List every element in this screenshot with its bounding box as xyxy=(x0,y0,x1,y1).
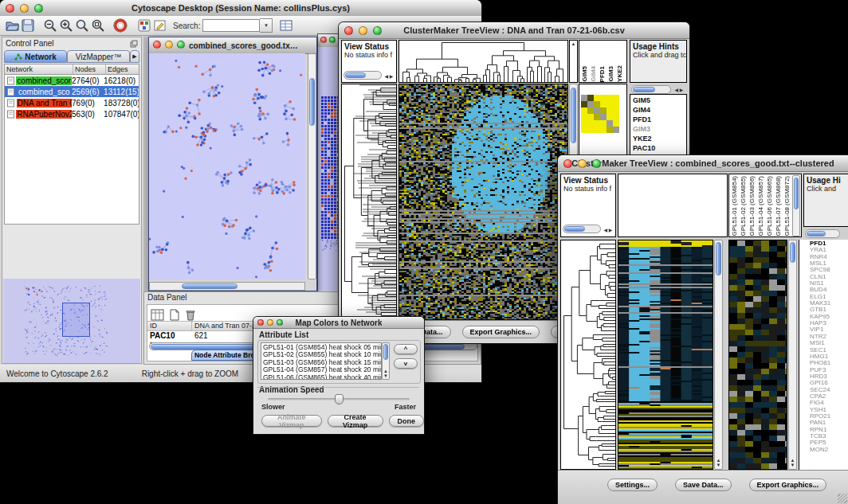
search-input[interactable] xyxy=(202,19,260,32)
usage-hints-scrollbar[interactable] xyxy=(631,85,671,94)
secondary-vscrollbar[interactable]: ▲▼ xyxy=(788,240,797,470)
zoom-fit-icon[interactable] xyxy=(90,18,106,33)
minimize-button[interactable] xyxy=(165,41,173,49)
zoom-window-button[interactable] xyxy=(329,37,336,43)
treeview-combined-titlebar[interactable]: ClusterMaker TreeView : combined_scores_… xyxy=(558,155,848,172)
close-button[interactable] xyxy=(563,159,572,168)
gene-label[interactable]: PFD1 xyxy=(633,115,684,124)
heatmap-canvas[interactable] xyxy=(399,84,567,319)
attribute-up-button[interactable]: ^ xyxy=(394,344,418,354)
minimize-button[interactable] xyxy=(578,159,587,168)
network-table-row[interactable]: combined_sco 2569(6) 13112(15) xyxy=(5,86,139,97)
select-attributes-icon[interactable] xyxy=(149,307,165,322)
network-horizontal-scrollbar[interactable] xyxy=(149,282,305,291)
scroll-arrows[interactable]: ◀ ▶ xyxy=(383,74,395,79)
attribute-browser-icon[interactable] xyxy=(278,18,294,33)
treeview-dna-titlebar[interactable]: ClusterMaker TreeView : DNA and Tran 07-… xyxy=(339,22,689,39)
gene-label[interactable]: PAC10 xyxy=(633,143,684,153)
gene-label[interactable]: GIM5 xyxy=(633,96,684,105)
network-table-row[interactable]: RNAPuberNov2+l 563(0) 107847(0) xyxy=(5,108,139,119)
new-attribute-icon[interactable] xyxy=(167,307,183,322)
tab-network[interactable]: Network xyxy=(4,50,67,63)
gene-label[interactable]: GIM3 xyxy=(633,124,684,134)
minimize-button[interactable] xyxy=(20,4,29,13)
close-button[interactable] xyxy=(6,4,14,13)
column-dendrogram[interactable] xyxy=(399,41,567,82)
column-labels-box: GPL51-01 (GSM854)GPL51-02 (GSM855)GPL51-… xyxy=(728,174,802,237)
slider-thumb[interactable] xyxy=(335,394,344,404)
column-labels-box: GIM5GIM4PFD1GIM3YKE2PAC10 xyxy=(579,40,627,83)
zoom-out-icon[interactable] xyxy=(42,18,58,33)
help-lifesaver-icon[interactable] xyxy=(112,18,128,33)
zoom-in-icon[interactable] xyxy=(58,18,74,33)
animation-speed-slider[interactable] xyxy=(268,398,410,400)
network-window-titlebar[interactable]: combined_scores_good.txt--cluste... xyxy=(149,37,316,54)
treeview-button[interactable]: Settings... xyxy=(607,479,658,491)
map-dialog-titlebar[interactable]: Map Colors to Network xyxy=(253,317,424,329)
network-vertical-scrollbar[interactable] xyxy=(308,53,316,279)
resize-grip[interactable] xyxy=(838,494,847,503)
heatmap-canvas[interactable] xyxy=(618,240,713,469)
main-titlebar[interactable]: Cytoscape Desktop (Session Name: collins… xyxy=(0,0,481,17)
zoom-selected-icon[interactable] xyxy=(74,18,90,33)
close-button[interactable] xyxy=(320,37,327,43)
col-header-edges[interactable]: Edges xyxy=(106,64,139,75)
attribute-item[interactable]: GPL51-06 (GSM865) heat shock 40 min xyxy=(263,374,379,380)
row-dendrogram[interactable] xyxy=(342,84,396,319)
delete-attribute-icon[interactable] xyxy=(183,307,198,322)
tab-vizmapper[interactable]: VizMapper™ xyxy=(67,50,130,63)
zoom-window-button[interactable] xyxy=(373,26,382,35)
correlation-matrix[interactable] xyxy=(581,93,619,135)
save-icon[interactable] xyxy=(20,18,36,33)
minimize-button[interactable] xyxy=(359,26,367,35)
attribute-list-scrollbar[interactable]: ▲▼ xyxy=(382,342,390,380)
scroll-arrows[interactable]: ▲▼ xyxy=(790,458,795,467)
col-header-network[interactable]: Network xyxy=(5,64,73,75)
view-status-scrollbar[interactable] xyxy=(563,225,601,233)
strip-arrow[interactable]: ▲ xyxy=(571,41,576,46)
float-panel-icon[interactable] xyxy=(130,37,138,51)
view-status-title: View Status xyxy=(342,41,396,51)
network-table-row[interactable]: combined_scores 2764(0) 16218(0) xyxy=(5,75,139,86)
network-overview-thumbnail[interactable] xyxy=(3,279,140,363)
annotation-icon[interactable] xyxy=(152,18,168,33)
gene-label[interactable]: MON2 xyxy=(810,447,848,453)
col-header-nodes[interactable]: Nodes xyxy=(73,64,106,75)
heatmap-vscrollbar[interactable]: ▲▼ xyxy=(714,240,723,470)
close-button[interactable] xyxy=(257,319,264,326)
secondary-heatmap[interactable] xyxy=(729,240,787,469)
treeview-button[interactable]: Export Graphics... xyxy=(749,479,827,491)
scroll-arrows[interactable]: ◀ ▶ xyxy=(673,88,685,92)
dialog-button[interactable]: Done xyxy=(389,415,425,427)
minimize-button[interactable] xyxy=(267,319,273,326)
usage-hints-scrollbar[interactable] xyxy=(805,229,840,238)
scroll-arrows[interactable]: ◀ ▶ xyxy=(603,228,614,232)
treeview-button[interactable]: Export Graphics... xyxy=(462,326,540,338)
gene-label[interactable]: GIM4 xyxy=(633,105,684,115)
attribute-down-button[interactable]: v xyxy=(394,358,418,369)
zoom-window-button[interactable] xyxy=(177,41,185,49)
open-folder-icon[interactable] xyxy=(4,18,20,33)
row-dendrogram[interactable] xyxy=(561,240,615,469)
scroll-arrows[interactable]: ▲▼ xyxy=(383,369,388,378)
data-col-id[interactable]: ID xyxy=(147,321,192,331)
control-panel-header: Control Panel xyxy=(6,39,54,48)
zoom-window-button[interactable] xyxy=(592,159,601,168)
dialog-button[interactable]: Animate Vizmap xyxy=(261,415,322,427)
tabs-more-button[interactable]: ▶ xyxy=(130,50,139,63)
search-dropdown-button[interactable]: ▼ xyxy=(260,18,273,33)
gene-label[interactable]: YKE2 xyxy=(633,134,684,143)
treeview-button[interactable]: Save Data... xyxy=(675,479,732,491)
view-status-scrollbar[interactable] xyxy=(344,71,382,80)
vizmapper-icon[interactable] xyxy=(136,18,152,33)
scroll-arrows[interactable]: ▲▼ xyxy=(716,458,721,467)
zoom-window-button[interactable] xyxy=(34,4,43,13)
dialog-button[interactable]: Create Vizmap xyxy=(328,415,383,427)
view-status-text: No status info f xyxy=(561,185,615,193)
network-view-canvas[interactable] xyxy=(149,53,305,279)
close-button[interactable] xyxy=(153,41,161,49)
network-table-row[interactable]: DNA and Tran 07 769(0) 183728(0) xyxy=(5,97,139,108)
column-labels-scrollbar[interactable] xyxy=(792,175,800,236)
close-button[interactable] xyxy=(344,26,353,35)
zoom-window-button[interactable] xyxy=(277,319,283,326)
